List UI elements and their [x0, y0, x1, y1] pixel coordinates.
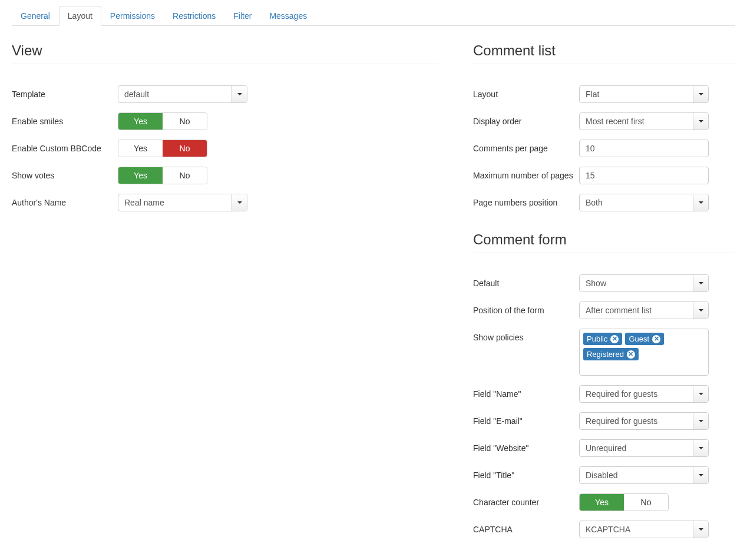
tab-general[interactable]: General [12, 6, 59, 26]
enable-bbcode-toggle: Yes No [118, 140, 207, 157]
policy-tag-label: Registered [587, 350, 624, 359]
cf-default-value: Show [580, 275, 693, 291]
policy-tag: Guest ✕ [625, 333, 664, 345]
cf-fieldemail-value: Required for guests [580, 413, 693, 429]
chevron-down-icon [693, 467, 708, 483]
cf-default-label: Default [473, 274, 579, 288]
tabs: General Layout Permissions Restrictions … [12, 6, 735, 26]
cf-charcounter-label: Character counter [473, 493, 579, 507]
enable-bbcode-yes[interactable]: Yes [118, 140, 163, 157]
cf-fieldtitle-select[interactable]: Disabled [579, 466, 709, 484]
author-name-label: Author's Name [12, 194, 118, 207]
close-icon[interactable]: ✕ [652, 335, 660, 343]
enable-bbcode-no[interactable]: No [163, 140, 207, 157]
chevron-down-icon [693, 113, 708, 130]
cl-pagepos-value: Both [580, 194, 693, 211]
policy-tag: Public ✕ [583, 333, 622, 345]
cf-fieldwebsite-select[interactable]: Unrequired [579, 439, 709, 457]
policy-tag-label: Public [587, 334, 607, 343]
cl-perpage-input[interactable] [579, 140, 709, 157]
cl-layout-select[interactable]: Flat [579, 85, 709, 103]
cl-layout-value: Flat [580, 86, 693, 102]
cf-fieldname-label: Field "Name" [473, 385, 579, 399]
cf-policies-tagbox[interactable]: Public ✕ Guest ✕ Registered ✕ [579, 329, 709, 376]
chevron-down-icon [693, 275, 708, 291]
cf-fieldtitle-label: Field "Title" [473, 466, 579, 480]
show-votes-no[interactable]: No [163, 167, 207, 184]
show-votes-yes[interactable]: Yes [118, 167, 163, 184]
cl-layout-label: Layout [473, 85, 579, 99]
chevron-down-icon [693, 194, 708, 211]
chevron-down-icon [693, 302, 708, 319]
chevron-down-icon [693, 386, 708, 402]
policy-tag-label: Guest [629, 334, 649, 343]
cf-policies-label: Show policies [473, 329, 579, 342]
enable-smiles-toggle: Yes No [118, 112, 207, 130]
view-title: View [12, 42, 438, 64]
enable-smiles-no[interactable]: No [163, 113, 207, 130]
cf-fieldname-value: Required for guests [580, 386, 693, 402]
cf-captcha-label: CAPTCHA [473, 521, 579, 534]
chevron-down-icon [693, 86, 708, 102]
template-label: Template [12, 85, 118, 99]
cf-charcounter-no[interactable]: No [624, 494, 668, 511]
cf-fieldwebsite-label: Field "Website" [473, 439, 579, 453]
cf-charcounter-yes[interactable]: Yes [580, 494, 624, 511]
cf-default-select[interactable]: Show [579, 274, 709, 292]
close-icon[interactable]: ✕ [627, 350, 635, 359]
cl-order-label: Display order [473, 112, 579, 126]
cl-pagepos-select[interactable]: Both [579, 194, 709, 211]
cl-order-value: Most recent first [580, 113, 693, 130]
cl-maxpages-label: Maximum number of pages [473, 167, 579, 180]
policy-tag: Registered ✕ [583, 348, 639, 360]
chevron-down-icon [232, 86, 247, 102]
comment-list-title: Comment list [473, 42, 735, 64]
cl-perpage-label: Comments per page [473, 140, 579, 153]
comment-form-title: Comment form [473, 231, 735, 253]
chevron-down-icon [693, 413, 708, 429]
show-votes-toggle: Yes No [118, 167, 207, 184]
chevron-down-icon [693, 521, 708, 538]
cf-position-value: After comment list [580, 302, 693, 319]
cf-fieldwebsite-value: Unrequired [580, 440, 693, 456]
chevron-down-icon [693, 440, 708, 456]
enable-smiles-label: Enable smiles [12, 112, 118, 126]
cf-fieldemail-label: Field "E-mail" [473, 412, 579, 426]
cf-position-label: Position of the form [473, 301, 579, 315]
cf-fieldname-select[interactable]: Required for guests [579, 385, 709, 403]
enable-smiles-yes[interactable]: Yes [118, 113, 163, 130]
author-name-value: Real name [118, 194, 232, 211]
cf-charcounter-toggle: Yes No [579, 493, 669, 511]
cf-captcha-select[interactable]: KCAPTCHA [579, 521, 709, 538]
tab-restrictions[interactable]: Restrictions [164, 6, 224, 26]
cf-fieldtitle-value: Disabled [580, 467, 693, 483]
cf-captcha-value: KCAPTCHA [580, 521, 693, 538]
template-select[interactable]: default [118, 85, 247, 103]
author-name-select[interactable]: Real name [118, 194, 247, 211]
tab-messages[interactable]: Messages [260, 6, 316, 26]
cf-position-select[interactable]: After comment list [579, 301, 709, 319]
enable-bbcode-label: Enable Custom BBCode [12, 140, 118, 153]
tab-layout[interactable]: Layout [59, 6, 101, 26]
cl-pagepos-label: Page numbers position [473, 194, 579, 207]
cl-order-select[interactable]: Most recent first [579, 112, 709, 130]
close-icon[interactable]: ✕ [610, 335, 619, 343]
tab-filter[interactable]: Filter [224, 6, 260, 26]
show-votes-label: Show votes [12, 167, 118, 180]
cl-maxpages-input[interactable] [579, 167, 709, 184]
cf-fieldemail-select[interactable]: Required for guests [579, 412, 709, 430]
template-value: default [118, 86, 232, 102]
chevron-down-icon [232, 194, 247, 211]
tab-permissions[interactable]: Permissions [101, 6, 164, 26]
